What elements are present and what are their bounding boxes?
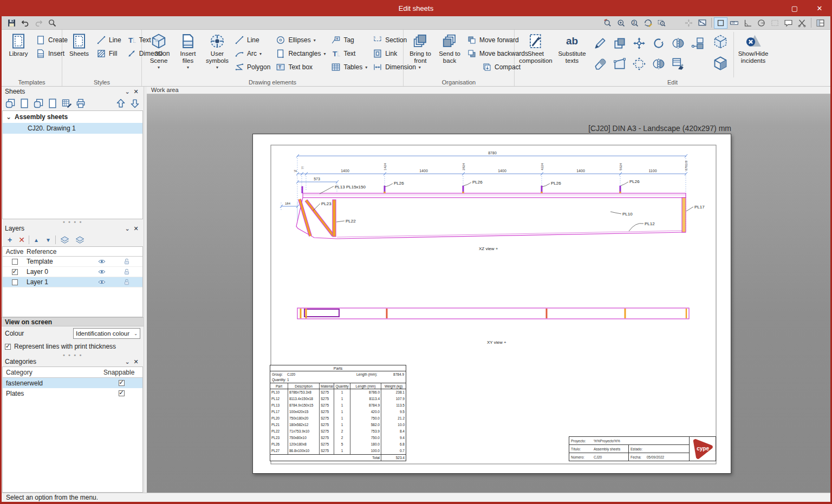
fill-style-button[interactable]: Fill (95, 48, 123, 60)
split-layers-icon[interactable] (73, 234, 86, 246)
line-button[interactable]: Line (233, 34, 272, 46)
rectangle-mode-icon[interactable] (714, 17, 727, 29)
visibility-eye-icon[interactable] (89, 268, 114, 276)
drawing-sheet[interactable]: 8780 74 77 1400 1400 1400 1400 1100 1424… (252, 134, 731, 474)
collapse-chevron-icon[interactable]: ⌄ (123, 88, 132, 95)
rectangles-button[interactable]: Rectangles▾ (274, 48, 327, 60)
move-down-icon[interactable] (128, 97, 141, 109)
maximize-button[interactable]: ▢ (782, 0, 807, 16)
move-icon[interactable] (629, 33, 649, 54)
collapse-chevron-icon[interactable]: ⌄ (123, 358, 132, 365)
snappable-checkbox[interactable] (119, 380, 125, 386)
close-panel-icon[interactable]: ✕ (132, 225, 140, 232)
visibility-eye-icon[interactable] (89, 278, 114, 286)
eraser-icon[interactable] (590, 54, 610, 74)
snappable-checkbox[interactable] (119, 390, 125, 396)
pan-hand-icon[interactable] (668, 17, 682, 29)
protractor-icon[interactable] (755, 17, 768, 29)
tree-expand-icon[interactable]: ⌄ (6, 113, 11, 121)
zoom-x2-icon[interactable] (628, 17, 641, 29)
cut-icon[interactable] (795, 17, 809, 29)
resize-icon[interactable] (629, 54, 649, 74)
copy-icon[interactable] (610, 33, 629, 54)
format-painter-icon[interactable] (668, 54, 688, 74)
cube-dashed-icon[interactable] (713, 34, 728, 51)
3d-scene-button[interactable]: 3D Scene▾ (145, 32, 172, 70)
zoom-extents-icon[interactable] (614, 17, 628, 29)
library-button[interactable]: Library (5, 32, 32, 57)
text-button[interactable]: Text (329, 48, 369, 60)
insert-files-button[interactable]: Insert files▾ (174, 32, 202, 70)
set-square-icon[interactable] (741, 17, 755, 29)
cube-solid-icon[interactable] (713, 56, 728, 73)
new-sheet-icon[interactable] (4, 97, 17, 109)
ellipses-button[interactable]: Ellipses▾ (274, 34, 327, 46)
duplicate-sheet-icon[interactable] (32, 97, 45, 109)
line-style-button[interactable]: Line (95, 34, 123, 46)
delete-sheet-icon[interactable] (46, 97, 59, 109)
polygon-button[interactable]: Polygon (233, 61, 272, 73)
save-button[interactable] (5, 17, 18, 29)
tag-button[interactable]: Tag (329, 34, 369, 46)
comment-icon[interactable] (782, 17, 795, 29)
lock-icon[interactable] (114, 258, 139, 265)
merge-layers-icon[interactable] (58, 234, 71, 246)
lock-icon[interactable] (114, 278, 139, 286)
layer-down-icon[interactable]: ▼ (43, 237, 53, 243)
mirror-icon[interactable] (668, 33, 688, 54)
send-to-screen-icon[interactable] (696, 17, 709, 29)
undo-button[interactable] (18, 17, 32, 29)
layer-up-icon[interactable]: ▲ (31, 237, 41, 243)
collapse-chevron-icon[interactable]: ⌄ (123, 225, 132, 232)
drawing-canvas[interactable]: [CJ20] DIN A3 - Landscape (420x297) mm (147, 94, 830, 493)
colour-dropdown[interactable]: Identification colour ⌄ (73, 328, 140, 339)
zoom-window-icon[interactable] (655, 17, 668, 29)
sheets-style-button[interactable]: Sheets (66, 32, 93, 57)
print-thickness-row[interactable]: Represent lines with print thickness (2, 341, 144, 352)
edit-polygon-icon[interactable] (610, 54, 629, 74)
layer-active-checkbox[interactable] (12, 269, 18, 275)
sheet-composition-button[interactable]: Sheet composition (518, 32, 554, 64)
visibility-eye-icon[interactable] (89, 258, 114, 265)
selection-rectangle-icon[interactable] (768, 17, 782, 29)
mirror-copy-icon[interactable] (649, 54, 668, 74)
move-view-icon[interactable] (682, 17, 696, 29)
close-panel-icon[interactable]: ✕ (132, 88, 140, 95)
zoom-previous-icon[interactable] (601, 17, 614, 29)
lock-icon[interactable] (114, 268, 139, 276)
ruler-icon[interactable]: 1.00 (727, 17, 741, 29)
text-box-button[interactable]: Text box (274, 61, 327, 73)
category-row[interactable]: Plates (3, 388, 142, 398)
close-panel-icon[interactable]: ✕ (132, 358, 140, 365)
panel-splitter[interactable]: ● ● ● ● (2, 219, 144, 224)
redo-button[interactable] (32, 17, 46, 29)
delete-layer-icon[interactable]: ✕ (17, 235, 27, 244)
layer-row[interactable]: Template (3, 257, 142, 267)
print-thickness-checkbox[interactable] (5, 344, 11, 350)
add-sheet-icon[interactable] (18, 97, 31, 109)
tree-root-assembly-sheets[interactable]: ⌄ Assembly sheets (3, 111, 142, 123)
category-row[interactable]: fastenerweld (3, 378, 142, 388)
rotate-icon[interactable] (649, 33, 668, 54)
add-layer-icon[interactable]: + (5, 235, 15, 244)
arc-button[interactable]: Arc▾ (233, 48, 272, 60)
layer-active-checkbox[interactable] (12, 259, 18, 265)
edit-table-icon[interactable] (60, 97, 73, 109)
panel-layout-icon[interactable] (814, 17, 827, 29)
bring-to-front-button[interactable]: Bring to front (407, 32, 434, 64)
sheet-tree-item[interactable]: CJ20. Drawing 1 (3, 123, 142, 134)
show-hide-incidents-button[interactable]: Show/Hide incidents (733, 32, 772, 77)
user-symbols-button[interactable]: User symbols▾ (204, 32, 231, 70)
panel-splitter[interactable]: ● ● ● ● (2, 352, 144, 357)
tables-button[interactable]: Tables▾ (329, 61, 369, 73)
layer-active-checkbox[interactable] (12, 279, 18, 285)
move-up-icon[interactable] (114, 97, 127, 109)
close-button[interactable]: ✕ (807, 0, 832, 16)
layer-row[interactable]: Layer 1 (3, 277, 142, 287)
layer-row[interactable]: Layer 0 (3, 267, 142, 277)
edit-pencil-icon[interactable] (590, 33, 610, 54)
search-button[interactable] (46, 17, 59, 29)
element-list-icon[interactable] (688, 33, 707, 54)
print-sheet-icon[interactable] (74, 97, 87, 109)
send-to-back-button[interactable]: Send to back (436, 32, 463, 64)
